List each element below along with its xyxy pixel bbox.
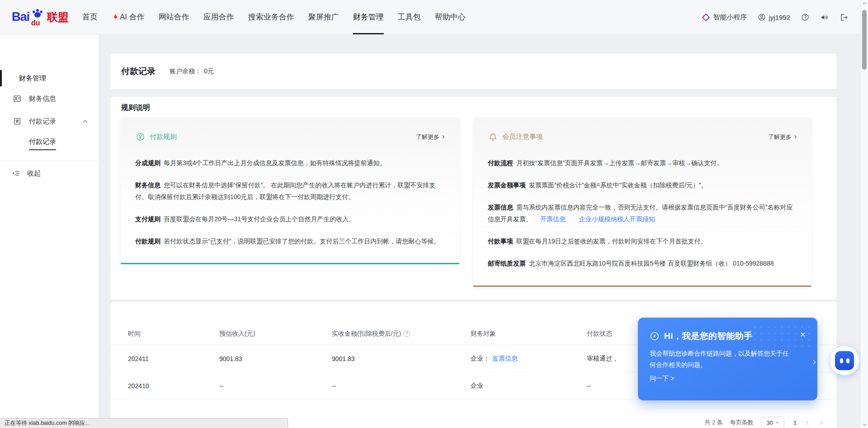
member-notes-panel: 会员注意事项 了解更多 付款流程月初按“发票信息”页面开具发票→上传发票→邮寄发… (473, 118, 811, 287)
nav-item-finance[interactable]: 财务管理 (353, 0, 384, 34)
scrollbar-thumb[interactable] (862, 10, 867, 70)
page-number[interactable]: 1 (792, 419, 798, 426)
sidebar: 财务管理 财务信息 付款记录 付款记录 收起 (0, 35, 99, 428)
payment-records-icon (13, 117, 22, 126)
chevron-down-icon (776, 420, 779, 423)
browser-status-bar: 正在等待 xlab.baidu.com 的响应... (0, 418, 288, 428)
assistant-expand-handle[interactable] (812, 357, 815, 366)
cell-time: 202410 (110, 382, 219, 390)
collapse-icon (12, 169, 21, 178)
per-page-select[interactable]: 30 (761, 417, 784, 428)
nav-item-toolkit[interactable]: 工具包 (398, 0, 421, 34)
sidebar-section-finance[interactable]: 财务管理 (0, 69, 99, 87)
payment-rules-panel: 付款规则 了解更多 分成规则每月第3或4个工作日产出上月分成信息及发票信息，如有… (121, 118, 459, 264)
col-target: 财务对象 (471, 330, 587, 338)
rule-item: 付款事项联盟在每月19日之后签收的发票，付款时间安排在下个月首批支付。 (488, 235, 797, 247)
cell-estimated: 9001.83 (219, 355, 332, 362)
page-header-card: 付款记录 账户余额：0元 (110, 54, 836, 89)
robot-icon (835, 351, 854, 370)
col-actual: 实收金额(扣除税费后/元) ? (332, 330, 471, 338)
sidebar-item-finance-info[interactable]: 财务信息 (0, 87, 99, 110)
small-taxpayer-guide-link[interactable]: 企业小规模纳税人开票须知 (579, 215, 655, 223)
rule-item: 付款规则若付款状态显示“已支付”，说明联盟已安排了您的付款。支付后三个工作日内到… (135, 235, 445, 247)
account-balance: 账户余额：0元 (170, 67, 214, 76)
col-estimated: 预估收入(元) (219, 330, 332, 338)
user-icon (758, 13, 766, 21)
pagination: 共 2 条 每页条数 30 1 (704, 417, 823, 428)
bell-icon (488, 132, 498, 142)
total-count: 共 2 条 (704, 418, 722, 427)
payment-rules-more-link[interactable]: 了解更多 (416, 133, 444, 141)
sidebar-item-payment-records[interactable]: 付款记录 (0, 110, 99, 133)
page-title: 付款记录 (121, 66, 156, 77)
finance-info-icon (13, 94, 22, 103)
help-icon[interactable] (801, 13, 809, 21)
navbar-right: 智能小程序 jyj1992 (702, 0, 848, 34)
cell-actual: -- (332, 382, 471, 390)
next-page-button[interactable] (818, 421, 823, 424)
member-notes-more-link[interactable]: 了解更多 (768, 133, 796, 141)
mini-program-entry[interactable]: 智能小程序 (702, 13, 747, 22)
money-circle-icon (136, 132, 145, 142)
logo-text-bai: Bai (12, 10, 29, 24)
paw-icon: du (30, 7, 45, 27)
nav-item-website[interactable]: 网站合作 (159, 0, 189, 34)
rules-card: 规则说明 付款规则 了解更多 分成规则每月第3或4个工作日产出上月分成信息及发票… (110, 97, 836, 300)
cell-target: 企业：发票信息 (471, 355, 587, 363)
cell-estimated: -- (219, 382, 332, 390)
main-nav: 首页 AI 合作 网站合作 应用合作 搜索业务合作 聚屏推广 财务管理 工具包 … (82, 0, 466, 34)
rule-item: 分成规则每月第3或4个工作日产出上月分成信息及发票信息，如有特殊情况将提前通知。 (135, 157, 445, 169)
nav-item-screen-ads[interactable]: 聚屏推广 (308, 0, 339, 34)
mini-program-icon (702, 13, 710, 22)
user-account[interactable]: jyj1992 (758, 13, 790, 21)
sidebar-collapse-button[interactable]: 收起 (0, 161, 99, 185)
assistant-float-button[interactable] (830, 346, 859, 376)
col-time: 时间 (110, 330, 219, 338)
baidu-union-logo[interactable]: Bai du 联盟 (12, 7, 69, 27)
rule-item: 付款流程月初按“发票信息”页面开具发票→上传发票→邮寄发票→审核→确认支付。 (488, 157, 797, 169)
cell-time: 202411 (110, 355, 219, 362)
invoice-info-table-link[interactable]: 发票信息 (492, 355, 518, 362)
scroll-up-arrow[interactable] (861, 0, 868, 8)
rules-heading: 规则说明 (121, 103, 150, 113)
top-navbar: Bai du 联盟 首页 AI 合作 网站合作 应用合作 搜索业务合作 聚屏推广… (0, 0, 868, 34)
rule-item: 财务信息您可以在财务信息中选择“保留付款”。 在此期间您产生的收入将在账户内进行… (135, 179, 445, 203)
compass-icon (650, 331, 660, 341)
assistant-title: Hi，我是您的智能助手 (664, 330, 753, 342)
cell-target: 企业 (471, 382, 587, 390)
per-page-label: 每页条数 (730, 418, 754, 427)
logo-text-du: du (31, 19, 40, 27)
invoice-info-link[interactable]: 开票信息 (540, 215, 566, 223)
scroll-down-arrow[interactable] (861, 420, 868, 428)
member-notes-title: 会员注意事项 (502, 133, 543, 141)
chevron-up-icon[interactable] (84, 118, 87, 125)
logo-text-union: 联盟 (47, 10, 69, 24)
nav-item-help[interactable]: 帮助中心 (435, 0, 466, 34)
sidebar-subitem-payment-records[interactable]: 付款记录 (0, 133, 99, 155)
assistant-popup: Hi，我是您的智能助手 ✕ 我会帮助您诊断合作链路问题，以及解答您关于任何合作相… (638, 318, 817, 400)
payment-rules-title: 付款规则 (150, 133, 177, 141)
logout-icon[interactable] (840, 13, 848, 22)
nav-item-search-biz[interactable]: 搜索业务合作 (248, 0, 294, 34)
nav-item-ai[interactable]: AI 合作 (112, 0, 145, 34)
close-icon[interactable]: ✕ (800, 331, 806, 338)
nav-item-app[interactable]: 应用合作 (203, 0, 234, 34)
cell-actual: 9001.83 (332, 355, 471, 362)
rule-item: 发票金额事项发票票面“价税合计”金额=系统中“实收金额（扣除税费后/元）”。 (488, 179, 797, 191)
assistant-ask-link[interactable]: 问一下 > (638, 375, 817, 383)
info-icon[interactable]: ? (403, 330, 410, 337)
page-scrollbar[interactable] (860, 0, 868, 428)
flame-icon (112, 13, 118, 21)
sound-icon[interactable] (820, 13, 829, 22)
rule-item: 发票信息需与系统内发票信息内容完全一致，否则无法支付。请根据发票信息页面中“百度… (488, 201, 797, 225)
balance-value: 0元 (204, 67, 214, 75)
assistant-message: 我会帮助您诊断合作链路问题，以及解答您关于任何合作相关的问题。 (638, 348, 807, 371)
rule-item: 邮寄纸质发票北京市海淀区西北旺东路10号院百度科技园5号楼 百度联盟财务组（收）… (488, 257, 797, 269)
rule-item: 支付规则百度联盟会在每月20号—31号支付企业会员上个自然月产生的收入。 (135, 213, 445, 225)
prev-page-button[interactable] (806, 421, 811, 424)
nav-item-home[interactable]: 首页 (82, 0, 98, 34)
